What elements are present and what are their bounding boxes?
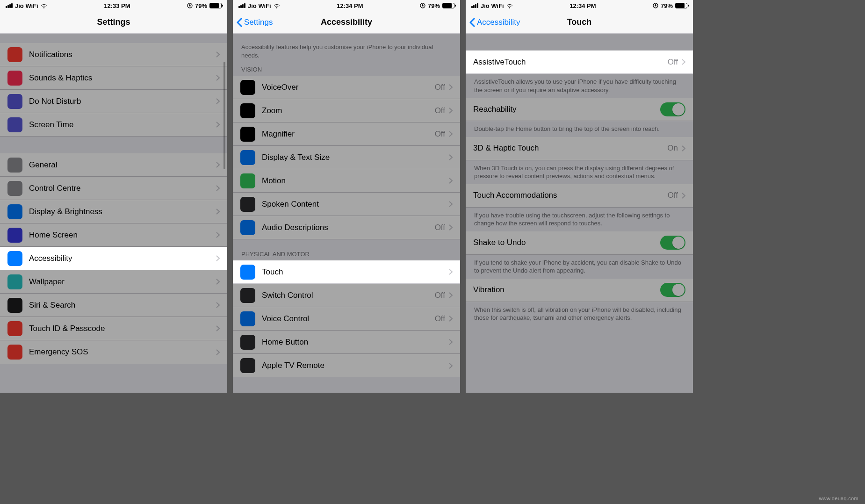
settings-row[interactable]: Accessibility xyxy=(0,247,227,270)
orientation-lock-icon xyxy=(187,3,193,8)
settings-row[interactable]: Voice ControlOff xyxy=(233,307,460,331)
row-reachability[interactable]: Reachability xyxy=(466,98,693,121)
toggle-shake-undo[interactable] xyxy=(660,236,685,250)
row-icon xyxy=(7,204,22,219)
row-label: Reachability xyxy=(473,105,660,114)
chevron-left-icon xyxy=(469,18,475,27)
row-icon xyxy=(7,345,22,360)
footer-accommodations: If you have trouble using the touchscree… xyxy=(466,208,693,231)
settings-row[interactable]: Touch xyxy=(233,260,460,284)
row-label: Siri & Search xyxy=(29,301,216,310)
row-icon xyxy=(240,265,255,280)
row-icon xyxy=(7,274,22,289)
settings-row[interactable]: Sounds & Haptics xyxy=(0,66,227,90)
footer-vibration: When this switch is off, all vibration o… xyxy=(466,302,693,326)
row-label: Do Not Disturb xyxy=(29,97,216,106)
chevron-right-icon xyxy=(216,98,220,104)
row-value: Off xyxy=(435,106,445,115)
row-label: Switch Control xyxy=(262,291,435,300)
row-icon xyxy=(240,103,255,118)
chevron-right-icon xyxy=(449,339,453,345)
row-icon xyxy=(7,321,22,336)
settings-list[interactable]: NotificationsSounds & HapticsDo Not Dist… xyxy=(0,34,227,393)
settings-row[interactable]: VoiceOverOff xyxy=(233,76,460,99)
nav-bar: Settings Accessibility xyxy=(233,11,460,34)
settings-row[interactable]: Control Centre xyxy=(0,177,227,200)
wifi-icon xyxy=(41,2,47,9)
row-value: Off xyxy=(435,130,445,139)
settings-row[interactable]: ZoomOff xyxy=(233,99,460,122)
chevron-right-icon xyxy=(449,224,453,230)
status-time: 12:34 PM xyxy=(569,2,596,9)
chevron-right-icon xyxy=(682,59,685,65)
settings-row[interactable]: MagnifierOff xyxy=(233,122,460,146)
row-label: Sounds & Haptics xyxy=(29,73,216,83)
settings-row[interactable]: Screen Time xyxy=(0,113,227,137)
row-icon xyxy=(240,311,255,326)
row-label: AssistiveTouch xyxy=(473,58,668,67)
settings-row[interactable]: Spoken Content xyxy=(233,193,460,216)
settings-row[interactable]: Apple TV Remote xyxy=(233,354,460,377)
battery-icon xyxy=(675,3,687,8)
settings-row[interactable]: Siri & Search xyxy=(0,294,227,317)
chevron-right-icon xyxy=(216,122,220,128)
footer-assistive: AssistiveTouch allows you to use your iP… xyxy=(466,74,693,98)
carrier-label: Jio WiFi xyxy=(481,2,504,9)
signal-icon xyxy=(238,3,245,8)
row-icon xyxy=(240,335,255,350)
row-assistive-touch[interactable]: AssistiveTouch Off xyxy=(466,50,693,74)
row-label: Home Screen xyxy=(29,230,216,240)
status-time: 12:33 PM xyxy=(104,2,130,9)
carrier-label: Jio WiFi xyxy=(248,2,271,9)
chevron-right-icon xyxy=(216,302,220,308)
settings-row[interactable]: Touch ID & Passcode xyxy=(0,317,227,340)
row-value: On xyxy=(667,144,678,153)
battery-icon xyxy=(209,3,222,8)
settings-row[interactable]: Home Screen xyxy=(0,223,227,247)
row-label: Display & Text Size xyxy=(262,153,449,162)
toggle-reachability[interactable] xyxy=(660,102,685,116)
row-label: Zoom xyxy=(262,106,435,115)
row-shake-undo[interactable]: Shake to Undo xyxy=(466,231,693,255)
footer-haptic: When 3D Touch is on, you can press the d… xyxy=(466,160,693,184)
row-icon xyxy=(7,181,22,196)
chevron-right-icon xyxy=(216,349,220,355)
chevron-right-icon xyxy=(216,209,220,215)
chevron-right-icon xyxy=(449,108,453,114)
chevron-right-icon xyxy=(449,154,453,160)
footer-shake: If you tend to shake your iPhone by acci… xyxy=(466,255,693,279)
back-button[interactable]: Accessibility xyxy=(469,18,520,27)
row-value: Off xyxy=(435,314,445,324)
row-vibration[interactable]: Vibration xyxy=(466,279,693,302)
row-icon xyxy=(240,358,255,373)
row-label: Notifications xyxy=(29,50,216,59)
accessibility-screen: Jio WiFi 12:34 PM 79% Settings Accessibi… xyxy=(233,0,460,393)
settings-row[interactable]: Wallpaper xyxy=(0,270,227,294)
settings-row[interactable]: Audio DescriptionsOff xyxy=(233,216,460,239)
touch-list[interactable]: AssistiveTouch Off AssistiveTouch allows… xyxy=(466,34,693,393)
row-label: Apple TV Remote xyxy=(262,361,449,370)
settings-row[interactable]: Display & Brightness xyxy=(0,200,227,223)
toggle-vibration[interactable] xyxy=(660,283,685,297)
orientation-lock-icon xyxy=(653,3,658,8)
settings-row[interactable]: Emergency SOS xyxy=(0,340,227,364)
settings-row[interactable]: Display & Text Size xyxy=(233,146,460,169)
accessibility-list[interactable]: Accessibility features help you customis… xyxy=(233,34,460,393)
row-icon xyxy=(7,298,22,313)
scrollbar[interactable] xyxy=(223,62,225,169)
settings-row[interactable]: Switch ControlOff xyxy=(233,284,460,307)
back-button[interactable]: Settings xyxy=(237,18,273,27)
row-touch-accommodations[interactable]: Touch Accommodations Off xyxy=(466,184,693,208)
settings-row[interactable]: Notifications xyxy=(0,43,227,66)
chevron-right-icon xyxy=(449,178,453,184)
settings-row[interactable]: General xyxy=(0,153,227,177)
section-vision: VISION xyxy=(233,63,460,76)
battery-percent: 79% xyxy=(428,2,440,9)
settings-row[interactable]: Do Not Disturb xyxy=(0,90,227,113)
row-icon xyxy=(7,71,22,86)
settings-row[interactable]: Motion xyxy=(233,169,460,193)
row-3d-haptic[interactable]: 3D & Haptic Touch On xyxy=(466,137,693,160)
row-label: Audio Descriptions xyxy=(262,223,435,232)
settings-row[interactable]: Home Button xyxy=(233,331,460,354)
touch-screen: Jio WiFi 12:34 PM 79% Accessibility Touc… xyxy=(466,0,693,393)
